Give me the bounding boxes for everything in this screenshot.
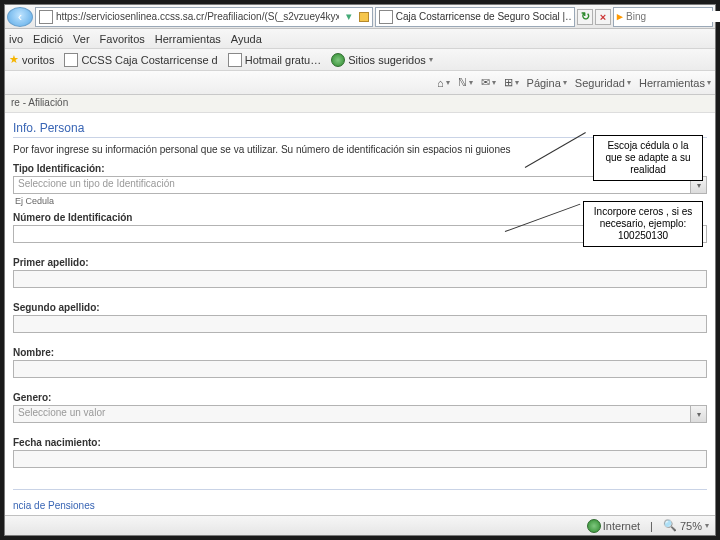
menu-bar: ivo Edició Ver Favoritos Herramientas Ay… (5, 29, 715, 49)
lock-icon (359, 12, 369, 22)
url-box[interactable]: ▾ (35, 7, 373, 27)
herramientas-menu[interactable]: Herramientas▾ (639, 77, 711, 89)
url-dropdown-icon[interactable]: ▾ (342, 10, 356, 23)
page-title: Caja Costarricense de Seguro Social |… (396, 11, 571, 22)
apellido1-input[interactable] (13, 270, 707, 288)
stop-button[interactable]: × (595, 9, 611, 25)
browser-window: ‹ ▾ Caja Costarricense de Seguro Social … (4, 4, 716, 536)
refresh-button[interactable]: ↻ (577, 9, 593, 25)
chevron-down-icon[interactable]: ▾ (690, 406, 706, 422)
section-divider (13, 483, 707, 495)
nombre-input[interactable] (13, 360, 707, 378)
callout-ceros: Incorpore ceros , si es necesario, ejemp… (583, 201, 703, 247)
apellido2-input[interactable] (13, 315, 707, 333)
apellido1-label: Primer apellido: (13, 257, 707, 268)
page-title-box: Caja Costarricense de Seguro Social |… (375, 7, 575, 27)
callout-cedula: Escoja cédula o la que se adapte a su re… (593, 135, 703, 181)
genero-placeholder: Seleccione un valor (18, 407, 105, 418)
fecha-label: Fecha nacimiento: (13, 437, 707, 448)
rss-icon: ℕ (458, 76, 467, 89)
menu-ver[interactable]: Ver (73, 33, 90, 45)
search-box[interactable]: ▸ (613, 7, 713, 27)
home-button[interactable]: ⌂▾ (437, 77, 450, 89)
home-icon: ⌂ (437, 77, 444, 89)
magnify-icon: 🔍 (663, 519, 677, 532)
genero-label: Genero: (13, 392, 707, 403)
star-icon: ★ (9, 53, 19, 66)
fav-ccss[interactable]: CCSS Caja Costarricense d (64, 53, 217, 67)
bing-icon: ▸ (617, 10, 623, 23)
tab-label: re - Afiliación (5, 95, 715, 113)
print-button[interactable]: ⊞▾ (504, 76, 519, 89)
mail-button[interactable]: ✉▾ (481, 76, 496, 89)
page-content: Info. Persona Por favor ingrese su infor… (5, 113, 715, 535)
fav-hotmail[interactable]: Hotmail gratu… (228, 53, 321, 67)
menu-archivo[interactable]: ivo (9, 33, 23, 45)
footer-text: ncia de Pensiones (13, 500, 95, 511)
rss-button[interactable]: ℕ▾ (458, 76, 473, 89)
section-title: Info. Persona (13, 121, 707, 135)
zoom-control[interactable]: 🔍75%▾ (663, 519, 709, 532)
genero-select[interactable]: Seleccione un valor ▾ (13, 405, 707, 423)
tipo-placeholder: Seleccione un tipo de Identificación (18, 178, 175, 189)
fav-sitios[interactable]: Sitios sugeridos▾ (331, 53, 433, 67)
back-button[interactable]: ‹ (7, 7, 33, 27)
globe-icon (587, 519, 601, 533)
favorites-button[interactable]: ★voritos (9, 53, 54, 66)
favorites-bar: ★voritos CCSS Caja Costarricense d Hotma… (5, 49, 715, 71)
menu-edicion[interactable]: Edició (33, 33, 63, 45)
address-bar: ‹ ▾ Caja Costarricense de Seguro Social … (5, 5, 715, 29)
menu-ayuda[interactable]: Ayuda (231, 33, 262, 45)
menu-herramientas[interactable]: Herramientas (155, 33, 221, 45)
search-input[interactable] (626, 11, 720, 22)
command-bar: ⌂▾ ℕ▾ ✉▾ ⊞▾ Página▾ Seguridad▾ Herramien… (5, 71, 715, 95)
pagina-menu[interactable]: Página▾ (527, 77, 567, 89)
page-icon (39, 10, 53, 24)
print-icon: ⊞ (504, 76, 513, 89)
favicon (379, 10, 393, 24)
url-input[interactable] (56, 11, 339, 22)
fecha-input[interactable] (13, 450, 707, 468)
page-icon (228, 53, 242, 67)
menu-favoritos[interactable]: Favoritos (100, 33, 145, 45)
apellido2-label: Segundo apellido: (13, 302, 707, 313)
nombre-label: Nombre: (13, 347, 707, 358)
seguridad-menu[interactable]: Seguridad▾ (575, 77, 631, 89)
mail-icon: ✉ (481, 76, 490, 89)
status-bar: Internet | 🔍75%▾ (5, 515, 715, 535)
page-icon (64, 53, 78, 67)
zone-indicator[interactable]: Internet (587, 519, 640, 533)
globe-icon (331, 53, 345, 67)
